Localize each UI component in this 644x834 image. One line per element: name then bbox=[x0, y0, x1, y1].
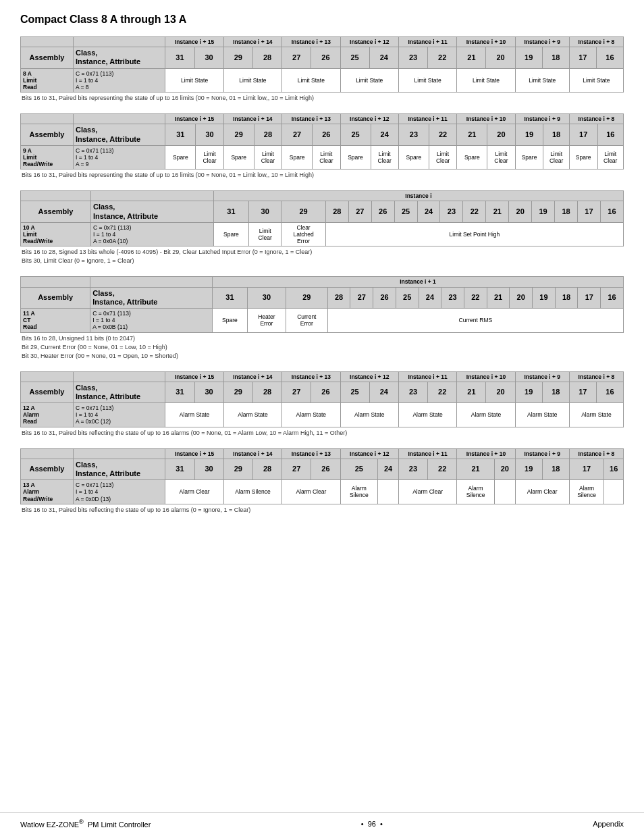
bit26: 26 bbox=[311, 47, 340, 68]
bit28-10a: 28 bbox=[325, 201, 348, 222]
alarm-silence-3a: AlarmSilence bbox=[457, 480, 495, 504]
bit23-13a: 23 bbox=[398, 459, 427, 479]
bit26-12a: 26 bbox=[311, 382, 340, 402]
class-label-13a: Class,Instance, Attribute bbox=[73, 459, 165, 479]
bit16-9a: 16 bbox=[597, 124, 623, 145]
section-13a: Instance i + 15 Instance i + 14 Instance… bbox=[20, 448, 624, 513]
instance-i14-header-13a: Instance i + 14 bbox=[223, 448, 281, 459]
note1-10a: Bits 16 to 28, Signed 13 bits whole (-40… bbox=[20, 249, 624, 255]
class-label-9a: Class,Instance, Attribute bbox=[73, 124, 165, 145]
class-11a: C = 0x71 (113)I = 1 to 4A = 0x0B (11) bbox=[90, 308, 213, 332]
instance-i14-header-9a: Instance i + 14 bbox=[223, 114, 281, 124]
spare-11a: Spare bbox=[212, 308, 247, 332]
limit-clear-1: LimitClear bbox=[196, 145, 223, 170]
bit30-10a: 30 bbox=[249, 201, 281, 222]
bit22-10a: 22 bbox=[463, 201, 486, 222]
table-12a: Instance i + 15 Instance i + 14 Instance… bbox=[20, 371, 624, 427]
bit31-11a: 31 bbox=[212, 287, 247, 308]
note-9a: Bits 16 to 31, Paired bits representing … bbox=[20, 172, 624, 178]
bit23: 23 bbox=[398, 47, 427, 68]
instance-i11-header-12a: Instance i + 11 bbox=[398, 371, 456, 382]
bit24-11a: 24 bbox=[419, 287, 441, 308]
limit-clear-4: LimitClear bbox=[371, 145, 398, 170]
bit23-12a: 23 bbox=[398, 382, 427, 402]
clear-latched-10a: ClearLatchedError bbox=[281, 222, 326, 246]
section-10a: Instance i Assembly Class,Instance, Attr… bbox=[20, 190, 624, 264]
class-13a: C = 0x71 (113)I = 1 to 4A = 0x0D (13) bbox=[73, 480, 165, 504]
col-class-header-9a bbox=[73, 114, 165, 124]
note2-10a: Bits 30, Limit Clear (0 = Ignore, 1 = Cl… bbox=[20, 257, 624, 264]
bit29-10a: 29 bbox=[281, 201, 326, 222]
instance-i9-header-12a: Instance i + 9 bbox=[515, 371, 569, 382]
bit28-12a: 28 bbox=[252, 382, 281, 402]
bit26-10a: 26 bbox=[371, 201, 394, 222]
col-assembly-header-13a bbox=[21, 448, 74, 459]
col-class-header bbox=[73, 37, 165, 47]
class-label: Class,Instance, Attribute bbox=[73, 47, 165, 68]
bit16-13a: 16 bbox=[604, 459, 624, 479]
bit25-9a: 25 bbox=[340, 124, 371, 145]
section-9a: Instance i + 15 Instance i + 14 Instance… bbox=[20, 113, 624, 178]
bit27-12a: 27 bbox=[282, 382, 311, 402]
instance-i1-header-11a: Instance i + 1 bbox=[212, 277, 623, 287]
instance-i13-header-12a: Instance i + 13 bbox=[282, 371, 340, 382]
bit17-12a: 17 bbox=[569, 382, 596, 402]
alarm-clear-1: Alarm Clear bbox=[165, 480, 223, 504]
bit20: 20 bbox=[486, 47, 515, 68]
alarm-clear-2: Alarm Clear bbox=[282, 480, 340, 504]
instance-i10-header-12a: Instance i + 10 bbox=[457, 371, 515, 382]
spare-7: Spare bbox=[515, 145, 543, 170]
assembly-11a: 11 ACTRead bbox=[21, 308, 90, 332]
alarm-silence-1: Alarm Silence bbox=[223, 480, 281, 504]
limit-clear-10a: LimitClear bbox=[249, 222, 281, 246]
content-area: Compact Class 8 A through 13 A Instance … bbox=[20, 14, 624, 552]
assembly-label-12a: Assembly bbox=[21, 382, 74, 402]
bit27-10a: 27 bbox=[348, 201, 371, 222]
instance-i15-header-9a: Instance i + 15 bbox=[165, 114, 223, 124]
bit25: 25 bbox=[340, 47, 369, 68]
alarm-state-2: Alarm State bbox=[223, 403, 281, 427]
spare-1: Spare bbox=[165, 145, 196, 170]
note3-11a: Bit 30, Heater Error (00 = None, 01 = Op… bbox=[20, 353, 624, 359]
note2-11a: Bit 29, Current Error (00 = None, 01 = L… bbox=[20, 344, 624, 350]
bit31-13a: 31 bbox=[165, 459, 194, 479]
bit17-11a: 17 bbox=[578, 287, 601, 308]
limit-clear-3: LimitClear bbox=[313, 145, 340, 170]
instance-i15-header-12a: Instance i + 15 bbox=[165, 371, 223, 382]
alarm-state-3: Alarm State bbox=[282, 403, 340, 427]
bit28-13a: 28 bbox=[252, 459, 281, 479]
bit22-12a: 22 bbox=[428, 382, 457, 402]
instance-i15-header: Instance i + 15 bbox=[165, 37, 223, 47]
instance-i14-header: Instance i + 14 bbox=[223, 37, 281, 47]
bit21: 21 bbox=[457, 47, 486, 68]
bit20-13a: 20 bbox=[494, 459, 515, 479]
note1-11a: Bits 16 to 28, Unsigned 11 bits (0 to 20… bbox=[20, 335, 624, 342]
bit23-11a: 23 bbox=[441, 287, 464, 308]
instance-i11-header: Instance i + 11 bbox=[398, 37, 456, 47]
bit21-10a: 21 bbox=[486, 201, 509, 222]
limit-clear-5: LimitClear bbox=[429, 145, 456, 170]
limit-state-1: Limit State bbox=[165, 68, 223, 93]
bit19-11a: 19 bbox=[533, 287, 556, 308]
spare-8: Spare bbox=[569, 145, 597, 170]
instance-i8-header: Instance i + 8 bbox=[569, 37, 623, 47]
bit26-11a: 26 bbox=[373, 287, 396, 308]
assembly-10a: 10 ALimitRead/Write bbox=[21, 222, 91, 246]
assembly-label-10a: Assembly bbox=[21, 201, 91, 222]
limit-state-2: Limit State bbox=[223, 68, 281, 93]
bit25-10a: 25 bbox=[394, 201, 417, 222]
bit18-13a: 18 bbox=[542, 459, 569, 479]
bit26-9a: 26 bbox=[313, 124, 340, 145]
instance-i8-header-13a: Instance i + 8 bbox=[569, 448, 623, 459]
bit24-13a: 24 bbox=[378, 459, 399, 479]
instance-i13-header-13a: Instance i + 13 bbox=[282, 448, 340, 459]
alarm-clear-4b bbox=[604, 480, 624, 504]
bit29-13a: 29 bbox=[223, 459, 252, 479]
bit29-9a: 29 bbox=[223, 124, 254, 145]
alarm-clear-2b bbox=[378, 480, 399, 504]
bit31-9a: 31 bbox=[165, 124, 196, 145]
alarm-clear-4: Alarm Clear bbox=[515, 480, 569, 504]
table-13a: Instance i + 15 Instance i + 14 Instance… bbox=[20, 448, 624, 504]
bit16-10a: 16 bbox=[600, 201, 623, 222]
bit23-10a: 23 bbox=[440, 201, 463, 222]
